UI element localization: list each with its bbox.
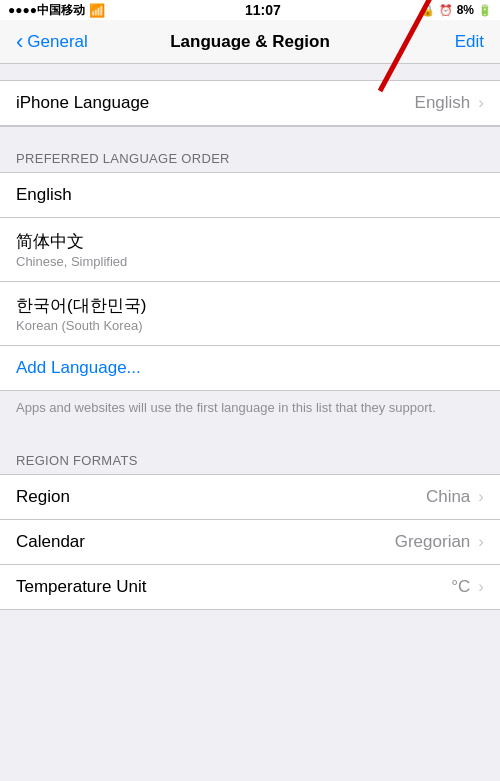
preferred-language-header: PREFERRED LANGUAGE ORDER bbox=[0, 143, 500, 172]
region-value: China › bbox=[426, 487, 484, 507]
temperature-value-text: °C bbox=[451, 577, 470, 597]
calendar-row[interactable]: Calendar Gregorian › bbox=[0, 520, 500, 565]
add-language-label: Add Language... bbox=[16, 358, 141, 377]
page-title: Language & Region bbox=[170, 32, 330, 52]
calendar-value-text: Gregorian bbox=[395, 532, 471, 552]
iphone-language-value: English › bbox=[415, 93, 484, 113]
iphone-language-row[interactable]: iPhone Language English › bbox=[0, 81, 500, 126]
list-item: English bbox=[0, 173, 500, 218]
iphone-language-body: iPhone Language English › bbox=[0, 80, 500, 127]
language-primary-1: 简体中文 bbox=[16, 230, 484, 253]
language-secondary-2: Korean (South Korea) bbox=[16, 318, 484, 333]
back-label: General bbox=[27, 32, 87, 52]
chevron-right-icon: › bbox=[478, 532, 484, 552]
region-formats-header: REGION FORMATS bbox=[0, 445, 500, 474]
preferred-language-section: PREFERRED LANGUAGE ORDER English 简体中文 Ch… bbox=[0, 143, 500, 391]
region-value-text: China bbox=[426, 487, 470, 507]
chevron-right-icon: › bbox=[478, 93, 484, 113]
status-left: ●●●●中国移动 📶 bbox=[8, 2, 105, 19]
region-row[interactable]: Region China › bbox=[0, 475, 500, 520]
carrier-signal: ●●●●中国移动 bbox=[8, 2, 85, 19]
status-right: 🔒 ⏰ 8% 🔋 bbox=[421, 3, 492, 17]
battery-level: 8% bbox=[457, 3, 474, 17]
iphone-language-label: iPhone Language bbox=[16, 93, 149, 113]
chevron-right-icon: › bbox=[478, 487, 484, 507]
battery-icon: 🔋 bbox=[478, 4, 492, 17]
lock-icon: 🔒 bbox=[421, 4, 435, 17]
temperature-value: °C › bbox=[451, 577, 484, 597]
status-bar: ●●●●中国移动 📶 11:07 🔒 ⏰ 8% 🔋 bbox=[0, 0, 500, 20]
list-item: 简体中文 Chinese, Simplified bbox=[0, 218, 500, 282]
iphone-language-section: iPhone Language English › bbox=[0, 80, 500, 127]
nav-bar: ‹ General Language & Region Edit bbox=[0, 20, 500, 64]
calendar-label: Calendar bbox=[16, 532, 85, 552]
add-language-row[interactable]: Add Language... bbox=[0, 346, 500, 390]
back-button[interactable]: ‹ General bbox=[16, 31, 88, 53]
iphone-language-value-text: English bbox=[415, 93, 471, 113]
language-primary-0: English bbox=[16, 185, 484, 205]
edit-button[interactable]: Edit bbox=[455, 32, 484, 52]
chevron-right-icon: › bbox=[478, 577, 484, 597]
region-label: Region bbox=[16, 487, 70, 507]
info-text: Apps and websites will use the first lan… bbox=[0, 391, 500, 429]
calendar-value: Gregorian › bbox=[395, 532, 484, 552]
list-item: 한국어(대한민국) Korean (South Korea) bbox=[0, 282, 500, 346]
language-primary-2: 한국어(대한민국) bbox=[16, 294, 484, 317]
language-secondary-1: Chinese, Simplified bbox=[16, 254, 484, 269]
chevron-left-icon: ‹ bbox=[16, 31, 23, 53]
temperature-label: Temperature Unit bbox=[16, 577, 146, 597]
region-formats-body: Region China › Calendar Gregorian › Temp… bbox=[0, 474, 500, 610]
status-time: 11:07 bbox=[245, 2, 281, 18]
region-formats-section: REGION FORMATS Region China › Calendar G… bbox=[0, 445, 500, 610]
preferred-language-body: English 简体中文 Chinese, Simplified 한국어(대한민… bbox=[0, 172, 500, 391]
alarm-icon: ⏰ bbox=[439, 4, 453, 17]
wifi-icon: 📶 bbox=[89, 3, 105, 18]
temperature-unit-row[interactable]: Temperature Unit °C › bbox=[0, 565, 500, 609]
